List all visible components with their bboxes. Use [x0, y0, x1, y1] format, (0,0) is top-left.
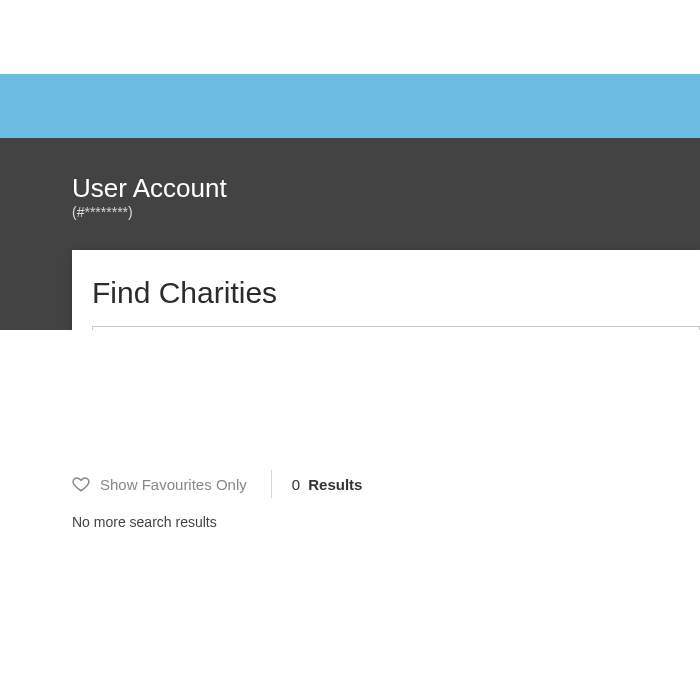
top-spacer: [0, 0, 700, 74]
card-title: Find Charities: [92, 276, 700, 310]
banner-bar: [0, 74, 700, 138]
results-number: 0: [292, 476, 300, 493]
results-count: 0 Results: [272, 476, 363, 493]
favourites-label: Show Favourites Only: [100, 476, 247, 493]
results-label: Results: [308, 476, 362, 493]
account-title: User Account: [72, 174, 700, 203]
no-more-results-message: No more search results: [72, 514, 217, 530]
account-id: (#********): [72, 204, 700, 220]
heart-icon: [72, 475, 90, 493]
show-favourites-toggle[interactable]: Show Favourites Only: [72, 475, 271, 493]
